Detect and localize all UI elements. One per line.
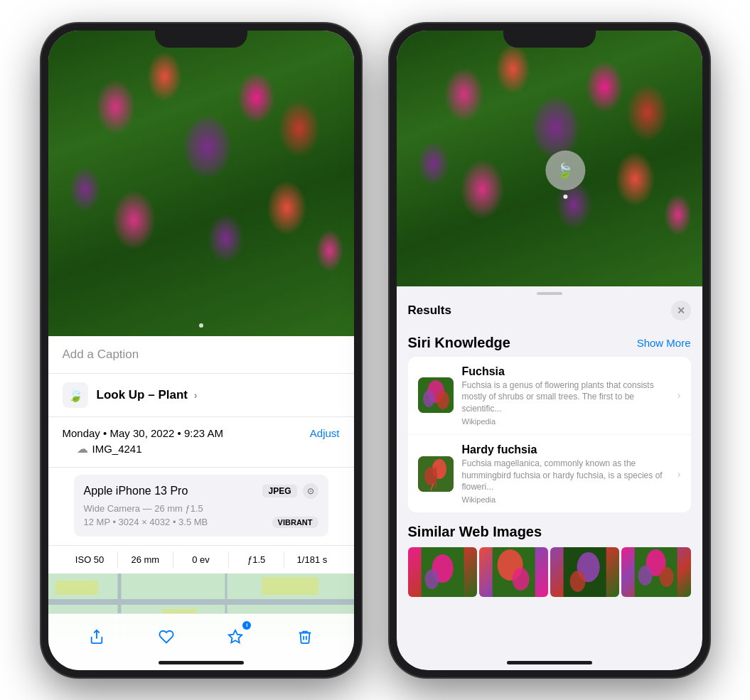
svg-point-27 bbox=[570, 571, 586, 592]
hardy-fuchsia-desc: Fuchsia magellanica, commonly known as t… bbox=[462, 458, 669, 493]
date-row: Monday • May 30, 2022 • 9:23 AM Adjust ☁… bbox=[48, 417, 354, 468]
svg-point-21 bbox=[424, 569, 439, 589]
hardy-fuchsia-info: Hardy fuchsia Fuchsia magellanica, commo… bbox=[462, 443, 669, 504]
visual-search-button[interactable]: 🍃 bbox=[545, 150, 585, 190]
info-badge: i bbox=[242, 621, 251, 630]
exif-aperture: ƒ1.5 bbox=[229, 551, 284, 568]
sim-img-1-svg bbox=[408, 547, 477, 597]
svg-point-13 bbox=[436, 391, 449, 409]
exif-shutter: 1/181 s bbox=[284, 551, 339, 568]
similar-image-3[interactable] bbox=[550, 547, 619, 597]
favorite-button[interactable] bbox=[152, 623, 181, 651]
adjust-button[interactable]: Adjust bbox=[310, 427, 340, 439]
similar-section: Similar Web Images bbox=[397, 518, 702, 600]
right-photo-area[interactable]: 🍃 bbox=[397, 31, 702, 286]
svg-rect-5 bbox=[55, 581, 98, 595]
similar-title: Similar Web Images bbox=[408, 524, 691, 540]
siri-knowledge-header: Siri Knowledge Show More bbox=[397, 329, 702, 357]
visual-search-leaf-icon: 🍃 bbox=[556, 161, 574, 178]
filename-row: ☁ IMG_4241 bbox=[63, 442, 340, 464]
fuchsia-chevron-icon: › bbox=[677, 389, 681, 401]
lookup-chevron-icon: › bbox=[194, 389, 198, 401]
share-button[interactable] bbox=[82, 623, 111, 651]
photo-dot bbox=[199, 323, 203, 328]
right-screen: 🍃 Results ✕ Siri Knowledge Show More bbox=[397, 31, 702, 670]
home-bar bbox=[159, 661, 244, 664]
delete-button[interactable] bbox=[291, 623, 319, 651]
info-area: Add a Caption 🍃 Look Up – Plant › bbox=[48, 336, 354, 637]
sim-img-4-svg bbox=[621, 547, 690, 597]
similar-image-4[interactable] bbox=[621, 547, 690, 597]
caption-placeholder[interactable]: Add a Caption bbox=[63, 348, 139, 361]
similar-image-1[interactable] bbox=[408, 547, 477, 597]
svg-rect-7 bbox=[262, 577, 318, 595]
flower-overlay bbox=[48, 31, 354, 336]
handle-bar bbox=[537, 292, 562, 295]
sim-img-2-svg bbox=[479, 547, 548, 597]
results-title: Results bbox=[408, 303, 451, 318]
device-top: Apple iPhone 13 Pro JPEG ⊙ bbox=[84, 483, 318, 499]
similar-image-2[interactable] bbox=[479, 547, 548, 597]
svg-point-30 bbox=[638, 566, 653, 586]
lookup-row[interactable]: 🍃 Look Up – Plant › bbox=[48, 374, 354, 417]
date-text: Monday • May 30, 2022 • 9:23 AM bbox=[63, 427, 223, 439]
fuchsia-source: Wikipedia bbox=[462, 417, 669, 426]
svg-point-24 bbox=[512, 568, 529, 591]
svg-marker-9 bbox=[229, 630, 242, 642]
svg-point-12 bbox=[423, 390, 434, 407]
exif-row: ISO 50 26 mm 0 ev ƒ1.5 1/181 s bbox=[48, 545, 354, 574]
right-phone: 🍃 Results ✕ Siri Knowledge Show More bbox=[390, 23, 709, 677]
exif-focal: 26 mm bbox=[118, 551, 173, 568]
hardy-fuchsia-chevron-icon: › bbox=[677, 468, 681, 480]
location-icon: ⊙ bbox=[303, 483, 318, 499]
right-home-bar bbox=[507, 661, 592, 664]
device-name: Apple iPhone 13 Pro bbox=[84, 485, 188, 497]
device-section: Apple iPhone 13 Pro JPEG ⊙ Wide Camera —… bbox=[48, 468, 354, 545]
fuchsia-desc: Fuchsia is a genus of flowering plants t… bbox=[462, 379, 669, 415]
hardy-fuchsia-thumbnail bbox=[418, 456, 454, 492]
knowledge-item-fuchsia[interactable]: Fuchsia Fuchsia is a genus of flowering … bbox=[408, 357, 691, 435]
caption-area[interactable]: Add a Caption bbox=[48, 336, 354, 374]
sim-img-3-svg bbox=[550, 547, 619, 597]
device-row: Apple iPhone 13 Pro JPEG ⊙ Wide Camera —… bbox=[74, 475, 328, 537]
fuchsia-thumbnail bbox=[418, 377, 454, 413]
hardy-fuchsia-title: Hardy fuchsia bbox=[462, 443, 669, 456]
fuchsia-info: Fuchsia Fuchsia is a genus of flowering … bbox=[462, 365, 669, 426]
left-phone: Add a Caption 🍃 Look Up – Plant › bbox=[41, 23, 361, 677]
visual-search-dot bbox=[563, 194, 567, 198]
hardy-fuchsia-source: Wikipedia bbox=[462, 495, 669, 504]
date-line: Monday • May 30, 2022 • 9:23 AM Adjust bbox=[63, 427, 340, 439]
lookup-subject: Plant bbox=[158, 388, 188, 402]
filename: IMG_4241 bbox=[92, 443, 142, 455]
exif-ev: 0 ev bbox=[173, 551, 229, 568]
lookup-label: Look Up bbox=[97, 388, 145, 402]
fuchsia-thumb-svg bbox=[418, 377, 454, 413]
cloud-icon: ☁ bbox=[77, 442, 88, 456]
info-button[interactable]: i bbox=[221, 623, 250, 651]
knowledge-card: Fuchsia Fuchsia is a genus of flowering … bbox=[408, 357, 691, 513]
hardy-thumb-svg bbox=[418, 456, 454, 492]
lookup-text: Look Up – Plant › bbox=[97, 388, 198, 402]
results-handle bbox=[397, 286, 702, 301]
lookup-icon: 🍃 bbox=[63, 382, 88, 408]
photo-area[interactable] bbox=[48, 31, 354, 336]
badges: JPEG ⊙ bbox=[262, 483, 318, 499]
mp-row: 12 MP • 3024 × 4032 • 3.5 MB VIBRANT bbox=[84, 517, 318, 528]
lookup-dash: – bbox=[148, 388, 158, 402]
similar-images bbox=[408, 547, 691, 597]
left-screen: Add a Caption 🍃 Look Up – Plant › bbox=[48, 31, 354, 670]
leaf-icon: 🍃 bbox=[68, 387, 83, 403]
fuchsia-title: Fuchsia bbox=[462, 365, 669, 378]
format-badge: JPEG bbox=[262, 485, 296, 497]
close-button[interactable]: ✕ bbox=[671, 301, 691, 321]
knowledge-item-hardy-fuchsia[interactable]: Hardy fuchsia Fuchsia magellanica, commo… bbox=[408, 435, 691, 512]
exif-iso: ISO 50 bbox=[63, 551, 118, 568]
svg-point-31 bbox=[660, 567, 674, 587]
siri-knowledge-title: Siri Knowledge bbox=[408, 335, 510, 351]
mp-text: 12 MP • 3024 × 4032 • 3.5 MB bbox=[84, 517, 208, 527]
results-header: Results ✕ bbox=[397, 301, 702, 329]
camera-spec: Wide Camera — 26 mm ƒ1.5 bbox=[84, 503, 318, 514]
style-badge: VIBRANT bbox=[272, 517, 318, 528]
show-more-button[interactable]: Show More bbox=[637, 337, 691, 349]
results-panel: Results ✕ Siri Knowledge Show More bbox=[397, 286, 702, 601]
